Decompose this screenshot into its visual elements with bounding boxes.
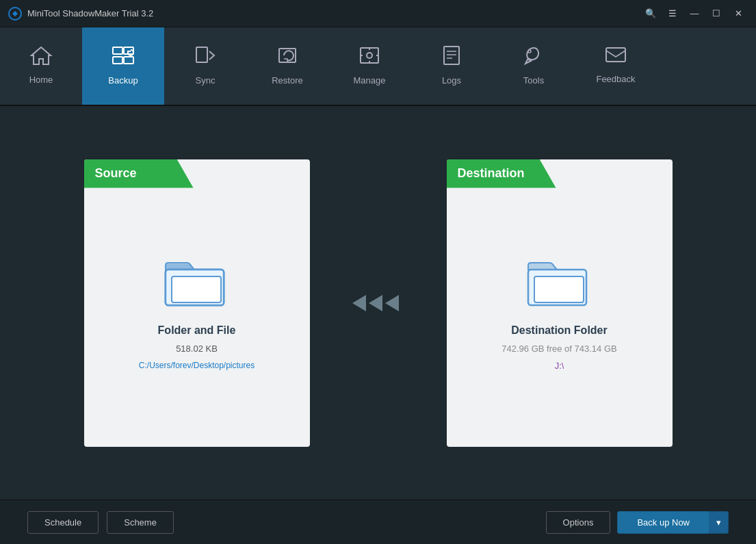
destination-card-body: Destination Folder 742.96 GB free of 743… [501, 256, 616, 371]
bottom-right-buttons: Options Back up Now ▾ [546, 511, 729, 534]
svg-point-13 [528, 50, 531, 53]
options-button[interactable]: Options [546, 511, 611, 534]
svg-rect-3 [113, 57, 122, 64]
svg-rect-17 [172, 276, 221, 302]
source-header: Source [84, 159, 310, 188]
source-card-body: Folder and File 518.02 KB C:/Users/forev… [139, 256, 255, 370]
source-header-label: Source [95, 166, 137, 181]
source-size: 518.02 KB [176, 344, 218, 354]
scheme-button[interactable]: Scheme [107, 511, 174, 534]
source-path: C:/Users/forev/Desktop/pictures [139, 361, 255, 370]
main-content: Source Folder and File 518.02 KB C:/User… [0, 106, 756, 500]
destination-card[interactable]: Destination Destination Folder 742.96 GB… [447, 159, 673, 447]
maximize-button[interactable]: ☐ [707, 6, 726, 21]
source-card[interactable]: Source Folder and File 518.02 KB C:/User… [84, 159, 310, 447]
title-bar-controls: 🔍 ☰ — ☐ ✕ [641, 6, 748, 21]
source-title: Folder and File [158, 324, 236, 337]
destination-header: Destination [447, 159, 673, 188]
destination-header-bg: Destination [447, 159, 556, 188]
destination-drive: J:\ [555, 361, 564, 371]
minimize-button[interactable]: — [685, 6, 704, 21]
app-title: MiniTool ShadowMaker Trial 3.2 [27, 8, 153, 18]
svg-rect-4 [124, 57, 133, 64]
nav-label-feedback: Feedback [596, 74, 635, 84]
sync-icon [194, 44, 216, 70]
close-button[interactable]: ✕ [729, 6, 748, 21]
nav-bar: Home Backup Sync [0, 27, 756, 106]
nav-label-logs: Logs [442, 75, 461, 86]
feedback-icon [604, 46, 627, 68]
backup-dropdown-button[interactable]: ▾ [709, 511, 729, 534]
restore-icon [276, 44, 299, 70]
svg-rect-5 [196, 47, 207, 62]
nav-item-tools[interactable]: Tools [493, 27, 575, 105]
nav-label-manage: Manage [354, 75, 386, 86]
destination-header-label: Destination [458, 166, 525, 181]
svg-rect-19 [534, 276, 584, 302]
nav-item-backup[interactable]: Backup [82, 27, 164, 105]
nav-label-restore: Restore [272, 75, 303, 86]
menu-button[interactable]: ☰ [663, 6, 682, 21]
nav-item-restore[interactable]: Restore [246, 27, 328, 105]
svg-rect-1 [113, 47, 122, 54]
title-bar: MiniTool ShadowMaker Trial 3.2 🔍 ☰ — ☐ ✕ [0, 0, 756, 27]
nav-label-sync: Sync [196, 75, 216, 86]
arrow-area [351, 289, 406, 317]
logs-icon [441, 44, 462, 70]
source-header-bg: Source [84, 159, 194, 188]
manage-icon [358, 44, 381, 70]
tools-icon [523, 44, 545, 70]
backup-icon [110, 44, 136, 70]
nav-label-backup: Backup [108, 75, 138, 86]
search-button[interactable]: 🔍 [641, 6, 660, 21]
title-bar-left: MiniTool ShadowMaker Trial 3.2 [8, 7, 153, 21]
svg-rect-9 [444, 47, 459, 64]
svg-rect-14 [606, 48, 625, 62]
nav-label-home: Home [29, 75, 53, 85]
nav-item-logs[interactable]: Logs [410, 27, 493, 105]
destination-folder-icon [525, 256, 593, 311]
nav-item-sync[interactable]: Sync [164, 27, 246, 105]
source-folder-icon [162, 256, 231, 311]
bottom-bar: Schedule Scheme Options Back up Now ▾ [0, 500, 756, 544]
destination-title: Destination Folder [511, 324, 607, 337]
svg-point-8 [367, 53, 372, 58]
nav-label-tools: Tools [523, 75, 544, 86]
schedule-button[interactable]: Schedule [27, 511, 99, 534]
nav-item-feedback[interactable]: Feedback [575, 27, 657, 105]
nav-item-home[interactable]: Home [0, 27, 82, 105]
nav-item-manage[interactable]: Manage [328, 27, 410, 105]
svg-rect-7 [361, 48, 378, 63]
backup-now-button[interactable]: Back up Now [617, 511, 709, 534]
bottom-left-buttons: Schedule Scheme [27, 511, 174, 534]
app-logo-icon [8, 7, 22, 21]
home-icon [29, 45, 53, 69]
destination-free: 742.96 GB free of 743.14 GB [501, 344, 616, 354]
